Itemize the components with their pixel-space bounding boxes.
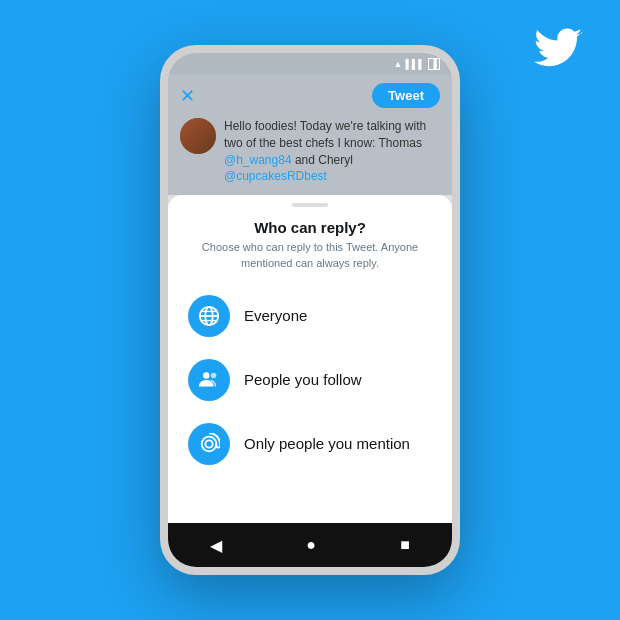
option-follow-label: People you follow [244,371,362,388]
twitter-logo-icon [534,28,582,68]
option-follow[interactable]: People you follow [184,349,436,411]
globe-icon [188,295,230,337]
option-everyone[interactable]: Everyone [184,285,436,347]
battery-icon: ▐ [428,58,440,70]
svg-point-7 [205,440,212,447]
mention-2[interactable]: @cupcakesRDbest [224,169,327,183]
at-icon [188,423,230,465]
wifi-icon: ▲ [394,59,403,69]
phone-frame: ▲ ▌▌▌ ▐ ✕ Tweet Hello foodies! Today we'… [160,45,460,575]
sheet-title: Who can reply? [168,219,452,236]
avatar [180,118,216,154]
option-mention-label: Only people you mention [244,435,410,452]
status-icons: ▲ ▌▌▌ ▐ [394,58,440,70]
nav-home-button[interactable]: ● [306,536,316,554]
option-mention[interactable]: Only people you mention [184,413,436,475]
signal-icon: ▌▌▌ [405,59,424,69]
option-everyone-label: Everyone [244,307,307,324]
svg-point-6 [211,373,217,379]
sheet-handle [292,203,328,207]
people-icon [188,359,230,401]
svg-point-5 [203,372,209,378]
tweet-text: Hello foodies! Today we're talking with … [224,118,440,185]
tweet-content: Hello foodies! Today we're talking with … [180,118,440,185]
nav-recents-button[interactable]: ■ [400,536,410,554]
nav-bar: ◀ ● ■ [168,523,452,567]
tweet-button[interactable]: Tweet [372,83,440,108]
nav-back-button[interactable]: ◀ [210,536,222,555]
sheet-subtitle: Choose who can reply to this Tweet. Anyo… [168,240,452,271]
who-can-reply-sheet: Who can reply? Choose who can reply to t… [168,195,452,523]
status-bar: ▲ ▌▌▌ ▐ [168,53,452,75]
compose-header: ✕ Tweet [180,83,440,108]
mention-1[interactable]: @h_wang84 [224,153,292,167]
reply-options-list: Everyone People you follow [168,285,452,475]
compose-area: ✕ Tweet Hello foodies! Today we're talki… [168,75,452,195]
close-button[interactable]: ✕ [180,85,195,107]
phone-screen: ▲ ▌▌▌ ▐ ✕ Tweet Hello foodies! Today we'… [168,53,452,567]
